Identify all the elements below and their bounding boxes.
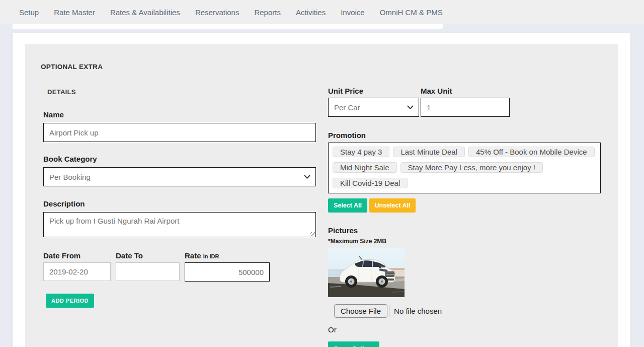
nav-item-rate-master[interactable]: Rate Master (54, 8, 95, 17)
description-label: Description (43, 199, 85, 208)
date-to-input[interactable] (116, 262, 180, 281)
date-from-input[interactable] (43, 262, 111, 281)
promotion-chip[interactable]: Mid Night Sale (333, 162, 397, 173)
description-textarea[interactable]: Pick up from I Gusti Ngurah Rai Airport (43, 212, 316, 237)
nav-item-setup[interactable]: Setup (19, 8, 39, 17)
section-title-details: DETAILS (47, 88, 76, 96)
nav-item-invoice[interactable]: Invoice (341, 8, 365, 17)
nav-item-rates-availabilities[interactable]: Rates & Availabilities (110, 8, 180, 17)
name-label: Name (43, 110, 64, 119)
promotion-chip[interactable]: 45% Off - Book on Mobile Device (468, 147, 595, 157)
nav-item-reports[interactable]: Reports (254, 8, 281, 17)
book-category-select[interactable]: Per Booking (43, 167, 316, 186)
optional-extra-panel: OPTIONAL EXTRA DETAILS Name Book Categor… (25, 44, 618, 347)
name-input[interactable] (43, 123, 316, 142)
max-unit-input[interactable] (421, 98, 510, 117)
unit-price-select[interactable]: Per Car (328, 98, 419, 117)
unselect-all-button[interactable]: Unselect All (369, 198, 416, 213)
or-text: Or (328, 325, 337, 334)
open-gallery-button[interactable]: Open Gallery (328, 341, 379, 347)
content-card: OPTIONAL EXTRA DETAILS Name Book Categor… (13, 33, 630, 347)
nav-item-omnih-cm-pms[interactable]: OmniH CM & PMS (380, 8, 443, 17)
promotion-chip[interactable]: Stay More Pay Less, more you enjoy ! (400, 162, 543, 173)
promotion-options-box: Stay 4 pay 3 Last Minute Deal 45% Off - … (328, 143, 601, 193)
book-category-select-wrap: Per Booking (43, 167, 316, 186)
promotion-chip[interactable]: Last Minute Deal (393, 147, 465, 157)
choose-file-button[interactable]: Choose File (334, 304, 387, 318)
add-period-button[interactable]: ADD PERIOD (46, 294, 94, 308)
book-category-label: Book Category (43, 155, 97, 163)
file-input-divider (389, 305, 389, 317)
nav-item-activities[interactable]: Activities (296, 8, 326, 17)
promotion-chip[interactable]: Kill Covid-19 Deal (333, 178, 408, 188)
file-upload-row: Choose File No file chosen (334, 304, 442, 318)
promotion-label: Promotion (328, 131, 366, 140)
nav-item-reservations[interactable]: Reservations (195, 8, 239, 17)
no-file-chosen-text: No file chosen (394, 307, 442, 315)
unit-price-label: Unit Price (328, 87, 363, 95)
promotion-chip[interactable]: Stay 4 pay 3 (333, 147, 389, 157)
max-size-note: *Maximum Size 2MB (328, 238, 386, 245)
top-nav: Setup Rate Master Rates & Availabilities… (0, 0, 644, 24)
rate-label: Rate In IDR (185, 251, 219, 260)
page-title: OPTIONAL EXTRA (41, 63, 103, 71)
car-photo (328, 248, 405, 297)
date-to-label: Date To (116, 251, 143, 260)
pictures-label: Pictures (328, 226, 358, 235)
unit-price-select-wrap: Per Car (328, 98, 419, 117)
nav-scroll-indicator (13, 24, 443, 29)
rate-unit-label: In IDR (203, 253, 219, 259)
rate-input[interactable] (185, 262, 270, 282)
date-from-label: Date From (43, 251, 80, 260)
select-all-button[interactable]: Select All (328, 198, 367, 213)
max-unit-label: Max Unit (421, 87, 452, 95)
